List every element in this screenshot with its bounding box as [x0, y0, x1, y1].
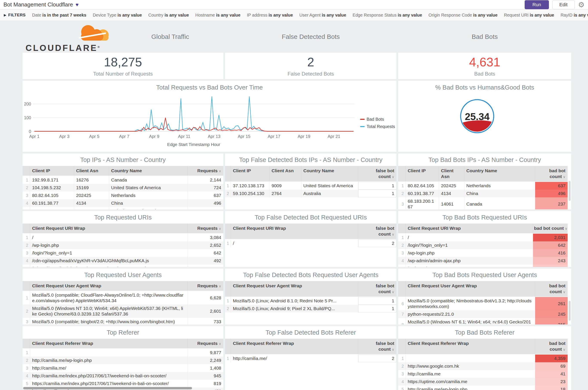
column-header-client-request-user-agent-wrap[interactable]: Client Request User Agent Wrap [405, 281, 535, 297]
cell: 496 [188, 199, 223, 207]
cell: 60.191.38.77 [30, 199, 74, 207]
cell: 23 [535, 378, 568, 386]
column-header-client-request-user-agent-wrap[interactable]: Client Request User Agent Wrap [231, 281, 358, 297]
column-header-requests[interactable]: Requests∨ [188, 224, 223, 234]
cell: Australia [301, 190, 358, 197]
gear-icon[interactable]: ⚙ [578, 1, 585, 8]
x-tick-label: Apr 3 [59, 134, 70, 139]
cell: Mozilla/5.0 (compatible; bingbot/2.0; +h… [30, 318, 188, 325]
column-header-bad-bot-count[interactable]: bad bot count∨ [535, 281, 568, 297]
tile-title: Top Requested URIs [23, 211, 223, 221]
filter-country[interactable]: Country is any value [148, 13, 189, 18]
table-row: 2http://www.google.com.hk69 [398, 362, 568, 370]
column-header-bad-bot-count[interactable]: bad bot count∨ [533, 224, 568, 234]
column-header-client-request-user-agent-wrap[interactable]: Client Request User Agent Wrap [30, 281, 188, 291]
column-header-client-asn[interactable]: Client Asn [269, 166, 301, 182]
filter-edge-response-status[interactable]: Edge Response Status is any value [353, 13, 422, 18]
cell: 136.24.49.37 [30, 207, 74, 209]
filters-toggle[interactable]: ▶ FILTERS [4, 13, 26, 17]
filter-origin-response-code[interactable]: Origin Response Code is any value [428, 13, 497, 18]
column-header-requests[interactable]: Requests∨ [188, 281, 223, 291]
run-button[interactable]: Run [525, 0, 549, 9]
expand-filters-icon: ▶ [4, 13, 6, 17]
column-header-country-name[interactable]: Country Name [301, 166, 358, 182]
vertical-scrollbar[interactable] [569, 301, 571, 321]
x-axis-label: Edge Start Timestamp Hour [167, 142, 220, 147]
table-row: 3http://camilia.me/1,408 [23, 364, 223, 372]
filter-user-agent[interactable]: User Agent is any value [299, 13, 346, 18]
x-tick-label: Apr 19 [298, 134, 310, 139]
horizontal-scrollbar[interactable] [23, 387, 192, 389]
cell: 15169 [74, 184, 109, 192]
column-header-bad-bot-count[interactable]: bad bot count∨ [535, 166, 568, 182]
chart-title: Total Requests vs Bad Bots Over Time [23, 81, 396, 91]
column-header-client-request-referer-wrap[interactable]: Client Request Referer Wrap [30, 339, 188, 348]
column-header-client-ip[interactable]: Client IP [30, 166, 74, 176]
table-row: 4https://uptime.com/camilia.me23 [398, 378, 568, 386]
legend-item-bad-bots[interactable]: Bad Bots [360, 117, 395, 122]
x-tick-label: Apr 15 [238, 134, 250, 139]
filter-request-uri[interactable]: Request URI is any value [504, 13, 554, 18]
cell: /login/?login_only=1 [30, 249, 188, 257]
timeseries-tile: Total Requests vs Bad Bots Over Time 010… [23, 81, 396, 152]
column-header-client-ip[interactable]: Client IP [405, 166, 439, 182]
column-header-client-asn[interactable]: Client Asn [439, 166, 464, 182]
index-column-header [225, 224, 231, 239]
vertical-scrollbar[interactable] [569, 181, 571, 201]
cell: 9,877 [188, 348, 223, 356]
stat-value: 4,631 [469, 55, 500, 69]
cell: / [30, 234, 188, 242]
sort-desc-icon: ∨ [219, 169, 221, 173]
column-header-requests[interactable]: Requests∨ [188, 166, 223, 176]
cell: https://uptime.com/camilia.me [405, 378, 535, 386]
row-index: 1 [225, 354, 231, 362]
cell: 2 [358, 239, 396, 247]
cell: Mozilla/5.0 (Linux; Android 8.1.0; Redmi… [231, 297, 358, 305]
row-index: 2 [398, 362, 405, 370]
filter-date[interactable]: Date is in the past 7 weeks [32, 13, 86, 18]
column-header-client-request-uri-wrap[interactable]: Client Request URI Wrap [405, 224, 533, 234]
column-header-client-request-uri-wrap[interactable]: Client Request URI Wrap [231, 224, 358, 239]
cell: python-requests/2.21.0 [405, 310, 535, 318]
column-header-false-bot-count[interactable]: false bot count∨ [358, 281, 396, 297]
column-header-client-request-uri-wrap[interactable]: Client Request URI Wrap [30, 224, 188, 234]
edit-button[interactable]: Edit [552, 0, 575, 9]
legend-item-total-requests[interactable]: Total Requests [360, 124, 395, 129]
cell: 104.198.5.232 [30, 184, 74, 192]
table-top-requested-uris: Top Requested URIsClient Request URI Wra… [23, 211, 223, 267]
column-header-country-name[interactable]: Country Name [109, 166, 188, 176]
filter-rayid[interactable]: RayID is any value [560, 13, 588, 18]
series-total-requests [34, 97, 353, 131]
cell: Mozilla/5.0 (compatible; Nimbostratus-Bo… [405, 297, 535, 310]
x-tick-label: Apr 17 [268, 134, 281, 139]
row-index: 1 [225, 182, 231, 190]
column-header-client-request-referer-wrap[interactable]: Client Request Referer Wrap [405, 339, 535, 354]
column-header-bad-bot-count[interactable]: bad bot count∨ [535, 339, 568, 354]
data-table: Client IPClient AsnCountry NameRequests∨… [23, 166, 223, 209]
section-title-global-traffic: Global Traffic [151, 33, 189, 40]
column-header-client-asn[interactable]: Client Asn [74, 166, 109, 176]
column-header-country-name[interactable]: Country Name [464, 166, 535, 182]
column-header-client-ip[interactable]: Client IP [231, 166, 269, 182]
row-index: 3 [23, 318, 30, 325]
column-header-false-bot-count[interactable]: false bot count∨ [358, 224, 396, 239]
row-index: 7 [398, 310, 405, 318]
cell: United States of America [109, 184, 188, 192]
header-global-traffic: CLOUDFLARE® Global Traffic [23, 23, 223, 51]
table-row: 4/cdn-cgi/apps/head/xVgyKhR-vV3dAUGhMqfB… [23, 257, 223, 265]
timeseries-chart[interactable]: 0100200Apr 1Apr 3Apr 5Apr 7Apr 9Apr 11Ap… [23, 91, 396, 150]
cell: /login/?login_only=1 [405, 242, 533, 249]
cell: 2,249 [188, 356, 223, 364]
column-header-false-bot-count[interactable]: false bot count∨ [358, 166, 396, 182]
column-header-requests[interactable]: Requests∨ [188, 339, 223, 348]
column-header-client-request-referer-wrap[interactable]: Client Request Referer Wrap [231, 339, 358, 354]
table-row: 1/2 [225, 239, 396, 247]
column-header-false-bot-count[interactable]: false bot count∨ [358, 339, 396, 354]
cell: 733 [188, 318, 223, 325]
filter-hostname[interactable]: Hostname is any value [196, 13, 241, 18]
table-row: 2/wp-login.php2,652 [23, 242, 223, 249]
cell: 6,628 [188, 291, 223, 304]
filter-device-type[interactable]: Device Type is any value [93, 13, 142, 18]
filter-ip-address[interactable]: IP address is any value [247, 13, 293, 18]
cell: 261 [535, 297, 568, 310]
